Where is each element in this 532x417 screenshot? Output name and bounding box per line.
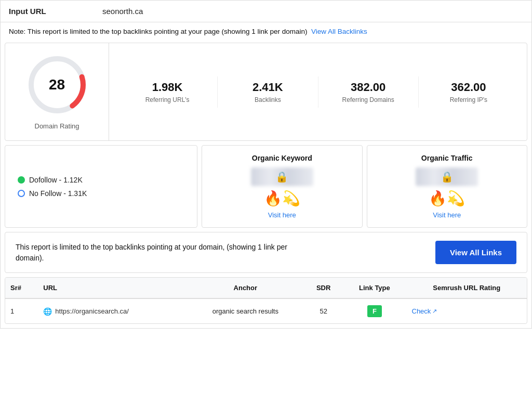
gauge-chart: 28 xyxy=(26,54,88,116)
col-anchor: Anchor xyxy=(187,278,304,298)
metric-referring-ips: 362.00 Referring IP's xyxy=(419,76,518,108)
nofollow-dot xyxy=(18,190,25,197)
metric-backlinks: 2.41K Backlinks xyxy=(218,76,318,108)
url-text: https://organicsearch.ca/ xyxy=(55,307,129,315)
metric-label-2: Referring Domains xyxy=(342,96,394,103)
metric-value-2: 382.00 xyxy=(351,81,385,94)
domain-rating-box: 28 Domain Rating xyxy=(5,43,109,140)
organic-traffic-visit-link[interactable]: Visit here xyxy=(433,211,461,219)
dofollow-dot xyxy=(18,176,25,184)
external-link-icon: ↗ xyxy=(432,308,437,315)
globe-icon: 🌐 xyxy=(43,307,52,316)
cell-url: 🌐 https://organicsearch.ca/ xyxy=(38,298,186,323)
metric-label-3: Referring IP's xyxy=(450,96,487,103)
cell-sr: 1 xyxy=(5,298,38,323)
organic-keyword-fire-icon: 🔥💫 xyxy=(264,191,300,206)
view-all-links-button[interactable]: View All Links xyxy=(435,241,516,264)
semrush-check-link[interactable]: Check ↗ xyxy=(412,307,522,315)
col-sdr: SDR xyxy=(304,278,342,298)
cell-link-type: F xyxy=(342,298,406,323)
cell-semrush: Check ↗ xyxy=(407,298,527,323)
link-type-badge: F xyxy=(367,305,382,317)
note-text: Note: This report is limited to the top … xyxy=(9,28,308,35)
dofollow-label: Dofollow - 1.12K xyxy=(29,176,83,184)
input-url-value: seonorth.ca xyxy=(102,7,143,16)
dofollow-item: Dofollow - 1.12K xyxy=(18,176,184,184)
organic-keyword-title: Organic Keyword xyxy=(252,154,312,162)
nofollow-label: No Follow - 1.31K xyxy=(29,189,87,198)
url-cell: 🌐 https://organicsearch.ca/ xyxy=(43,307,181,316)
metric-value-1: 2.41K xyxy=(252,81,283,94)
backlinks-table-section: Sr# URL Anchor SDR Link Type Semrush URL… xyxy=(5,277,527,324)
view-all-banner: This report is limited to the top backli… xyxy=(5,232,527,273)
link-type-section: Dofollow - 1.12K No Follow - 1.31K Organ… xyxy=(5,145,527,228)
input-url-row: Input URL seonorth.ca xyxy=(1,1,531,22)
backlinks-table: Sr# URL Anchor SDR Link Type Semrush URL… xyxy=(5,278,527,323)
domain-rating-label: Domain Rating xyxy=(35,122,79,130)
stats-section: 28 Domain Rating 1.98K Referring URL's 2… xyxy=(5,43,527,141)
organic-keyword-lock-icon: 🔒 xyxy=(275,171,288,183)
col-link-type: Link Type xyxy=(342,278,406,298)
organic-traffic-box: Organic Traffic 🔒 🔥💫 Visit here xyxy=(367,145,528,228)
col-url: URL xyxy=(38,278,186,298)
organic-keyword-visit-link[interactable]: Visit here xyxy=(268,211,296,219)
organic-traffic-title: Organic Traffic xyxy=(421,154,473,162)
metric-referring-urls: 1.98K Referring URL's xyxy=(117,76,218,108)
cell-anchor: organic search results xyxy=(187,298,304,323)
domain-rating-value: 28 xyxy=(49,76,65,93)
view-all-backlinks-link[interactable]: View All Backlinks xyxy=(311,28,367,35)
note-row: Note: This report is limited to the top … xyxy=(1,22,531,41)
organic-traffic-lock-icon: 🔒 xyxy=(441,171,454,183)
metric-label-0: Referring URL's xyxy=(145,96,190,103)
metric-referring-domains: 382.00 Referring Domains xyxy=(318,76,419,108)
metric-label-1: Backlinks xyxy=(255,96,281,103)
view-all-text: This report is limited to the top backli… xyxy=(16,242,301,264)
metric-value-3: 362.00 xyxy=(451,81,486,94)
table-header-row: Sr# URL Anchor SDR Link Type Semrush URL… xyxy=(5,278,527,298)
page-wrapper: Input URL seonorth.ca Note: This report … xyxy=(0,0,532,329)
cell-sdr: 52 xyxy=(304,298,342,323)
col-sr: Sr# xyxy=(5,278,38,298)
check-label: Check xyxy=(412,307,431,315)
organic-traffic-blurred: 🔒 xyxy=(416,167,478,186)
organic-keyword-blurred: 🔒 xyxy=(251,167,313,186)
nofollow-item: No Follow - 1.31K xyxy=(18,189,184,198)
organic-traffic-fire-icon: 🔥💫 xyxy=(429,191,465,206)
input-url-label: Input URL xyxy=(9,7,102,16)
table-row: 1 🌐 https://organicsearch.ca/ organic se… xyxy=(5,298,527,323)
link-type-box: Dofollow - 1.12K No Follow - 1.31K xyxy=(5,145,197,228)
metrics-row: 1.98K Referring URL's 2.41K Backlinks 38… xyxy=(109,43,527,140)
metric-value-0: 1.98K xyxy=(152,81,183,94)
col-semrush: Semrush URL Rating xyxy=(407,278,527,298)
organic-keyword-box: Organic Keyword 🔒 🔥💫 Visit here xyxy=(202,145,363,228)
